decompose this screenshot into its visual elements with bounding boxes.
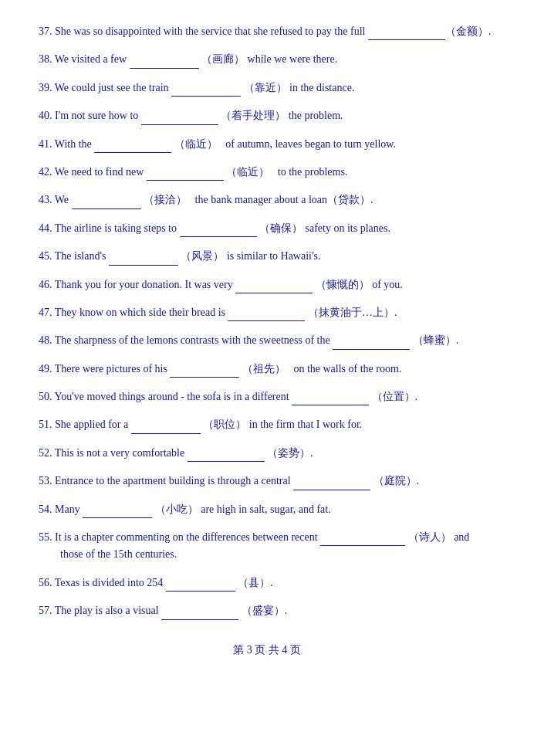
question-44: 44. The airline is taking steps to （确保） … bbox=[39, 220, 495, 237]
q50-text: 50. You've moved things around - the sof… bbox=[39, 391, 417, 402]
question-39: 39. We could just see the train （靠近） in … bbox=[39, 80, 495, 97]
question-45: 45. The island's （风景） is similar to Hawa… bbox=[39, 248, 495, 265]
page-number: 第 3 页 共 4 页 bbox=[233, 644, 301, 656]
q40-text: 40. I'm not sure how to （着手处理） the probl… bbox=[39, 110, 343, 121]
q56-blank[interactable] bbox=[166, 579, 235, 592]
q57-hint: （盛宴）. bbox=[242, 605, 288, 616]
q46-hint: （慷慨的） bbox=[316, 279, 370, 290]
q44-text: 44. The airline is taking steps to （确保） … bbox=[39, 222, 390, 234]
q48-text: 48. The sharpness of the lemons contrast… bbox=[39, 334, 458, 346]
q45-text: 45. The island's （风景） is similar to Hawa… bbox=[39, 250, 320, 262]
q46-blank[interactable] bbox=[235, 281, 313, 293]
q43-hint: （接洽） bbox=[144, 194, 187, 205]
question-55: 55. It is a chapter commenting on the di… bbox=[39, 529, 495, 564]
q38-text: 38. We visited a few （画廊） while we were … bbox=[39, 53, 337, 65]
q38-blank[interactable] bbox=[130, 56, 199, 69]
q48-blank[interactable] bbox=[333, 337, 410, 350]
q45-hint: （风景） bbox=[181, 250, 224, 262]
question-48: 48. The sharpness of the lemons contrast… bbox=[39, 332, 495, 349]
q55-text-line2: those of the 15th centuries. bbox=[60, 548, 177, 560]
q49-hint: （祖先） bbox=[242, 363, 286, 375]
q37-blank[interactable] bbox=[368, 28, 445, 40]
q41-hint: （临近） bbox=[174, 138, 218, 150]
q39-hint: （靠近） bbox=[244, 82, 287, 93]
q57-blank[interactable] bbox=[161, 608, 238, 620]
q51-hint: （职位） bbox=[203, 419, 246, 430]
q53-text: 53. Entrance to the apartment building i… bbox=[39, 475, 419, 486]
q55-hint: （诗人） bbox=[408, 531, 451, 543]
q42-blank[interactable] bbox=[147, 168, 224, 181]
q46-text: 46. Thank you for your donation. It was … bbox=[39, 279, 403, 290]
question-42: 42. We need to find new （临近） to the prob… bbox=[39, 164, 495, 181]
q37-hint: （金额）. bbox=[445, 25, 492, 37]
q52-hint: （姿势）. bbox=[267, 447, 313, 459]
q56-text: 56. Texas is divided into 254 （县）. bbox=[39, 577, 273, 588]
q44-hint: （确保） bbox=[259, 222, 302, 234]
q53-hint: （庭院）. bbox=[373, 475, 420, 486]
q43-text: 43. We （接洽） the bank manager about a loa… bbox=[39, 194, 373, 205]
q49-blank[interactable] bbox=[170, 365, 239, 378]
q42-hint: （临近） bbox=[226, 166, 269, 178]
question-56: 56. Texas is divided into 254 （县）. bbox=[39, 575, 495, 592]
question-43: 43. We （接洽） the bank manager about a loa… bbox=[39, 192, 495, 208]
question-57: 57. The play is also a visual （盛宴）. bbox=[39, 602, 495, 619]
question-47: 47. They know on which side their bread … bbox=[39, 304, 495, 321]
question-41: 41. With the （临近） of autumn, leaves bega… bbox=[39, 136, 495, 153]
q49-text: 49. There were pictures of his （祖先） on t… bbox=[39, 363, 401, 375]
q38-hint: （画廊） bbox=[201, 53, 245, 65]
q41-blank[interactable] bbox=[94, 141, 171, 153]
question-49: 49. There were pictures of his （祖先） on t… bbox=[39, 361, 495, 378]
questions-container: 37. She was so disappointed with the ser… bbox=[39, 23, 495, 620]
q39-blank[interactable] bbox=[171, 84, 241, 97]
question-51: 51. She applied for a （职位） in the firm t… bbox=[39, 416, 495, 433]
q54-blank[interactable] bbox=[83, 506, 152, 518]
question-40: 40. I'm not sure how to （着手处理） the probl… bbox=[39, 107, 495, 124]
q51-text: 51. She applied for a （职位） in the firm t… bbox=[39, 419, 362, 430]
q48-hint: （蜂蜜）. bbox=[413, 334, 459, 346]
q55-text-line1: 55. It is a chapter commenting on the di… bbox=[39, 531, 469, 543]
q43-blank[interactable] bbox=[72, 197, 141, 209]
q57-text: 57. The play is also a visual （盛宴）. bbox=[39, 605, 287, 616]
q45-blank[interactable] bbox=[109, 253, 178, 266]
question-53: 53. Entrance to the apartment building i… bbox=[39, 473, 495, 490]
q40-hint: （着手处理） bbox=[221, 110, 286, 121]
question-38: 38. We visited a few （画廊） while we were … bbox=[39, 51, 495, 68]
q50-blank[interactable] bbox=[292, 393, 369, 405]
q40-blank[interactable] bbox=[141, 113, 218, 125]
q52-blank[interactable] bbox=[188, 449, 265, 462]
question-52: 52. This is not a very comfortable （姿势）. bbox=[39, 445, 495, 462]
page-footer: 第 3 页 共 4 页 bbox=[39, 643, 495, 657]
q42-text: 42. We need to find new （临近） to the prob… bbox=[39, 166, 347, 178]
q47-blank[interactable] bbox=[228, 309, 305, 321]
q39-text: 39. We could just see the train （靠近） in … bbox=[39, 82, 354, 93]
q54-hint: （小吃） bbox=[155, 503, 198, 515]
q55-blank[interactable] bbox=[320, 534, 405, 546]
question-37: 37. She was so disappointed with the ser… bbox=[39, 23, 495, 40]
question-46: 46. Thank you for your donation. It was … bbox=[39, 276, 495, 293]
q41-text: 41. With the （临近） of autumn, leaves bega… bbox=[39, 138, 396, 150]
q56-hint: （县）. bbox=[238, 577, 273, 588]
question-50: 50. You've moved things around - the sof… bbox=[39, 388, 495, 405]
q47-hint: （抹黄油于…上）. bbox=[308, 307, 397, 318]
q50-hint: （位置）. bbox=[372, 391, 418, 402]
q52-text: 52. This is not a very comfortable （姿势）. bbox=[39, 447, 313, 459]
q47-text: 47. They know on which side their bread … bbox=[39, 307, 397, 318]
q53-blank[interactable] bbox=[293, 478, 370, 490]
q37-text: 37. She was so disappointed with the ser… bbox=[39, 25, 491, 37]
q54-text: 54. Many （小吃） are high in salt, sugar, a… bbox=[39, 503, 331, 515]
question-54: 54. Many （小吃） are high in salt, sugar, a… bbox=[39, 501, 495, 518]
q51-blank[interactable] bbox=[131, 422, 201, 434]
q44-blank[interactable] bbox=[180, 225, 257, 237]
